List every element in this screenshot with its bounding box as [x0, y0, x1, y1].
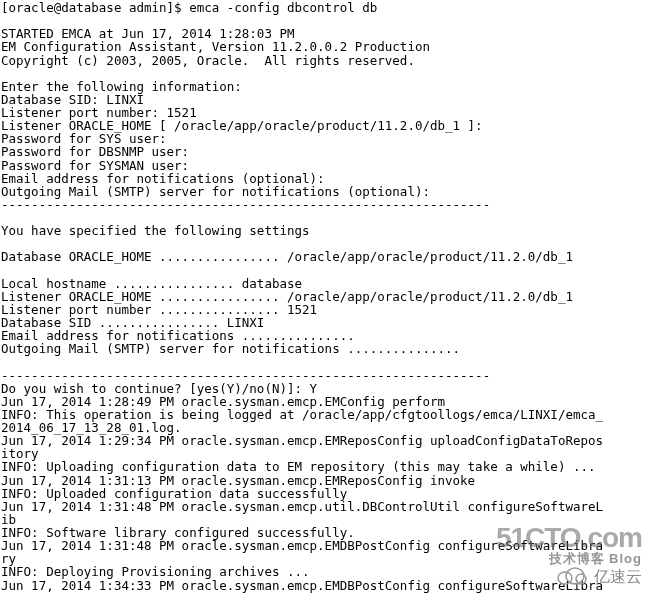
- terminal-output: [oracle@database admin]$ emca -config db…: [0, 0, 650, 592]
